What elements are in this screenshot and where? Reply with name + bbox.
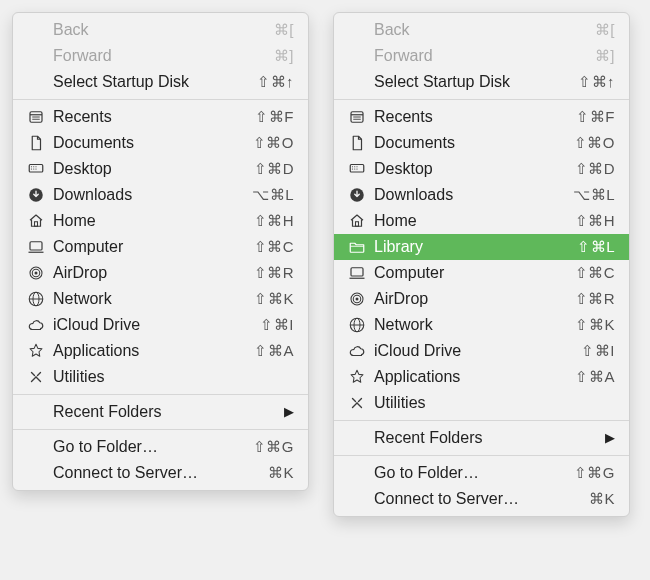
- finder-go-menu-left: Back⌘[Forward⌘]Select Startup Disk⇧⌘↑Rec…: [12, 12, 309, 491]
- menu-item-desktop[interactable]: Desktop⇧⌘D: [13, 156, 308, 182]
- menu-item-label: Back: [368, 20, 557, 40]
- menu-item-go-to-folder[interactable]: Go to Folder…⇧⌘G: [13, 434, 308, 460]
- menu-item-shortcut: ⌘K: [236, 464, 294, 483]
- menu-item-label: AirDrop: [368, 289, 557, 309]
- menu-item-label: Select Startup Disk: [47, 72, 236, 92]
- menu-item-label: Utilities: [368, 393, 557, 413]
- menu-item-utilities[interactable]: Utilities: [13, 364, 308, 390]
- menu-item-recent-folders[interactable]: Recent Folders▶: [13, 399, 308, 425]
- computer-icon: [346, 264, 368, 282]
- menu-item-label: Select Startup Disk: [368, 72, 557, 92]
- menu-item-computer[interactable]: Computer⇧⌘C: [13, 234, 308, 260]
- menu-item-icloud-drive[interactable]: iCloud Drive⇧⌘I: [334, 338, 629, 364]
- menu-item-utilities[interactable]: Utilities: [334, 390, 629, 416]
- menu-item-go-to-folder[interactable]: Go to Folder…⇧⌘G: [334, 460, 629, 486]
- menu-item-shortcut: ⇧⌘O: [557, 134, 615, 153]
- recents-icon: [25, 108, 47, 126]
- menu-item-downloads[interactable]: Downloads⌥⌘L: [334, 182, 629, 208]
- utilities-icon: [346, 394, 368, 412]
- desktop-icon: [346, 160, 368, 178]
- menu-item-shortcut: ⇧⌘H: [236, 212, 294, 231]
- menu-item-documents[interactable]: Documents⇧⌘O: [13, 130, 308, 156]
- menu-item-label: iCloud Drive: [368, 341, 557, 361]
- folder-icon: [346, 238, 368, 256]
- menu-item-shortcut: ⇧⌘O: [236, 134, 294, 153]
- menu-item-shortcut: ⌥⌘L: [236, 186, 294, 205]
- menu-item-network[interactable]: Network⇧⌘K: [334, 312, 629, 338]
- menu-item-shortcut: ⇧⌘↑: [236, 73, 294, 92]
- downloads-icon: [346, 186, 368, 204]
- menu-item-label: AirDrop: [47, 263, 236, 283]
- menu-item-applications[interactable]: Applications⇧⌘A: [13, 338, 308, 364]
- menu-item-label: Forward: [47, 46, 236, 66]
- menu-item-shortcut: ⌘]: [557, 47, 615, 66]
- menu-item-select-startup-disk[interactable]: Select Startup Disk⇧⌘↑: [13, 69, 308, 95]
- submenu-arrow-icon: ▶: [276, 404, 294, 420]
- menu-item-back: Back⌘[: [13, 17, 308, 43]
- menu-item-airdrop[interactable]: AirDrop⇧⌘R: [334, 286, 629, 312]
- menu-separator: [13, 394, 308, 395]
- menu-item-downloads[interactable]: Downloads⌥⌘L: [13, 182, 308, 208]
- svg-point-29: [352, 168, 353, 169]
- network-icon: [25, 290, 47, 308]
- menu-item-label: Network: [368, 315, 557, 335]
- menu-item-label: Recent Folders: [368, 428, 597, 448]
- menu-separator: [334, 420, 629, 421]
- apps-icon: [25, 342, 47, 360]
- menu-item-shortcut: ⇧⌘F: [557, 108, 615, 127]
- menu-item-shortcut: ⇧⌘R: [557, 290, 615, 309]
- menu-item-shortcut: ⌘[: [236, 21, 294, 40]
- menu-item-label: Downloads: [368, 185, 557, 205]
- menu-item-desktop[interactable]: Desktop⇧⌘D: [334, 156, 629, 182]
- menu-item-label: Home: [47, 211, 236, 231]
- menu-item-label: Recent Folders: [47, 402, 276, 422]
- menu-item-label: Library: [368, 237, 557, 257]
- menu-item-label: Recents: [368, 107, 557, 127]
- menu-item-applications[interactable]: Applications⇧⌘A: [334, 364, 629, 390]
- menu-item-label: Applications: [47, 341, 236, 361]
- menu-item-label: Downloads: [47, 185, 236, 205]
- cloud-icon: [346, 342, 368, 360]
- menu-item-connect-to-server[interactable]: Connect to Server…⌘K: [334, 486, 629, 512]
- menu-item-shortcut: ⇧⌘↑: [557, 73, 615, 92]
- menu-item-shortcut: ⌘]: [236, 47, 294, 66]
- menu-item-recents[interactable]: Recents⇧⌘F: [13, 104, 308, 130]
- menu-item-airdrop[interactable]: AirDrop⇧⌘R: [13, 260, 308, 286]
- utilities-icon: [25, 368, 47, 386]
- menu-item-label: Utilities: [47, 367, 236, 387]
- menu-item-label: Go to Folder…: [47, 437, 236, 457]
- menu-item-library[interactable]: Library⇧⌘L: [334, 234, 629, 260]
- menu-item-select-startup-disk[interactable]: Select Startup Disk⇧⌘↑: [334, 69, 629, 95]
- menu-item-shortcut: ⇧⌘D: [557, 160, 615, 179]
- svg-point-5: [31, 166, 32, 167]
- menu-separator: [13, 429, 308, 430]
- menu-item-forward: Forward⌘]: [13, 43, 308, 69]
- menu-item-back: Back⌘[: [334, 17, 629, 43]
- menu-item-shortcut: ⇧⌘A: [557, 368, 615, 387]
- menu-item-home[interactable]: Home⇧⌘H: [334, 208, 629, 234]
- airdrop-icon: [346, 290, 368, 308]
- menu-item-connect-to-server[interactable]: Connect to Server…⌘K: [13, 460, 308, 486]
- menu-item-computer[interactable]: Computer⇧⌘C: [334, 260, 629, 286]
- menu-item-shortcut: ⌘[: [557, 21, 615, 40]
- menu-item-recent-folders[interactable]: Recent Folders▶: [334, 425, 629, 451]
- svg-point-10: [35, 168, 36, 169]
- menu-item-recents[interactable]: Recents⇧⌘F: [334, 104, 629, 130]
- svg-point-31: [356, 168, 357, 169]
- menu-item-shortcut: ⇧⌘K: [236, 290, 294, 309]
- menu-item-label: Back: [47, 20, 236, 40]
- svg-point-26: [352, 166, 353, 167]
- menu-item-home[interactable]: Home⇧⌘H: [13, 208, 308, 234]
- menu-item-shortcut: ⇧⌘G: [557, 464, 615, 483]
- menu-item-shortcut: ⌥⌘L: [557, 186, 615, 205]
- network-icon: [346, 316, 368, 334]
- svg-point-37: [356, 298, 359, 301]
- menu-item-documents[interactable]: Documents⇧⌘O: [334, 130, 629, 156]
- menu-item-icloud-drive[interactable]: iCloud Drive⇧⌘I: [13, 312, 308, 338]
- svg-point-30: [354, 168, 355, 169]
- downloads-icon: [25, 186, 47, 204]
- menu-item-shortcut: ⇧⌘C: [236, 238, 294, 257]
- menu-item-forward: Forward⌘]: [334, 43, 629, 69]
- menu-item-network[interactable]: Network⇧⌘K: [13, 286, 308, 312]
- menu-item-shortcut: ⇧⌘K: [557, 316, 615, 335]
